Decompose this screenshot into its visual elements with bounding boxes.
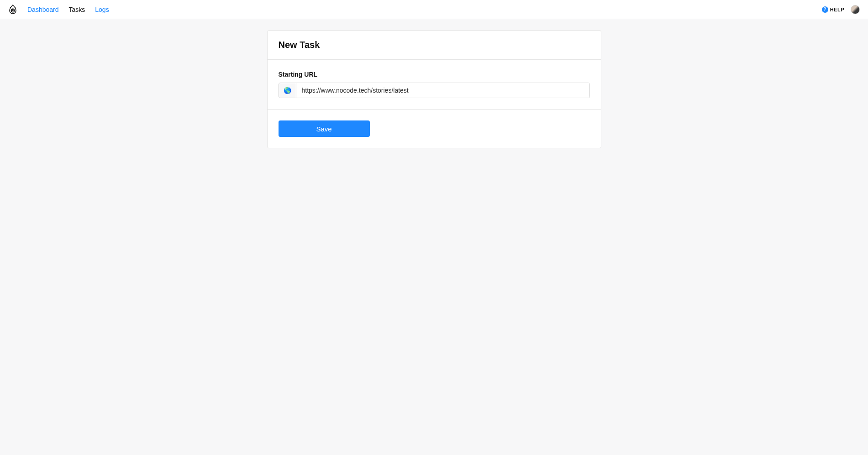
svg-point-2	[13, 10, 14, 10]
card-footer: Save	[268, 110, 601, 148]
main-nav: Dashboard Tasks Logs	[27, 6, 109, 13]
nav-logs[interactable]: Logs	[95, 6, 109, 13]
globe-icon: 🌎	[284, 87, 291, 94]
page-title: New Task	[279, 40, 590, 50]
nav-tasks[interactable]: Tasks	[69, 6, 85, 13]
url-addon: 🌎	[279, 83, 296, 98]
help-button[interactable]: ? HELP	[822, 6, 844, 13]
app-logo[interactable]	[8, 5, 17, 14]
svg-line-3	[10, 7, 11, 8]
nav-dashboard[interactable]: Dashboard	[27, 6, 59, 13]
header-right: ? HELP	[822, 5, 860, 14]
card-body: Starting URL 🌎	[268, 60, 601, 110]
main-content: New Task Starting URL 🌎 Save	[0, 19, 868, 159]
card-header: New Task	[268, 31, 601, 60]
svg-point-1	[12, 10, 13, 10]
top-nav-bar: Dashboard Tasks Logs ? HELP	[0, 0, 868, 19]
save-button[interactable]: Save	[279, 120, 370, 137]
svg-line-4	[15, 7, 16, 8]
starting-url-input[interactable]	[296, 83, 589, 98]
egg-logo-icon	[9, 5, 17, 15]
header-left: Dashboard Tasks Logs	[8, 5, 109, 14]
new-task-card: New Task Starting URL 🌎 Save	[267, 30, 601, 148]
user-avatar[interactable]	[851, 5, 860, 14]
help-icon: ?	[822, 6, 828, 13]
starting-url-label: Starting URL	[279, 71, 590, 78]
starting-url-group: 🌎	[279, 83, 590, 98]
help-label: HELP	[830, 7, 844, 12]
